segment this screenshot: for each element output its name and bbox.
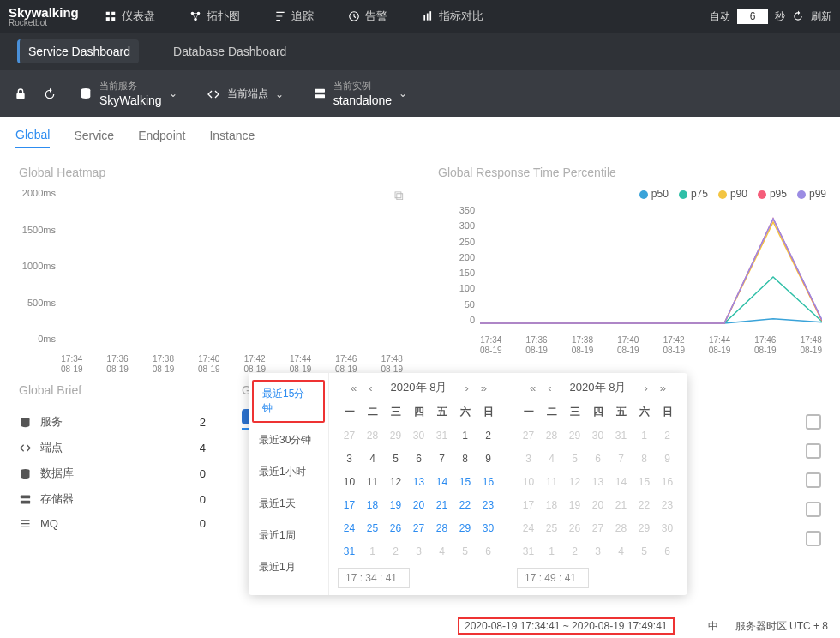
quick-1d[interactable]: 最近1天	[249, 488, 328, 520]
service-selector[interactable]: 当前服务SkyWalking ⌄	[72, 76, 184, 111]
svg-rect-17	[21, 495, 30, 498]
card-title: Global Heatmap	[14, 166, 407, 179]
copy-icons	[806, 414, 821, 546]
copy-icon[interactable]	[806, 502, 821, 517]
auto-label[interactable]: 自动	[710, 9, 730, 24]
nav-alarm[interactable]: 告警	[348, 9, 387, 24]
x-axis: 17:3408-1917:3608-1917:3808-1917:4008-19…	[480, 335, 822, 356]
y-axis: 350300250200150100500	[437, 205, 475, 325]
card-title: Global Response Time Percentile	[433, 166, 826, 179]
svg-rect-3	[111, 17, 115, 21]
refresh-button[interactable]: 刷新	[811, 9, 831, 24]
copy-icon[interactable]	[806, 531, 821, 546]
reload-icon[interactable]	[43, 87, 57, 101]
datepicker-popup: 最近15分钟 最近30分钟 最近1小时 最近1天 最近1周 最近1月 «‹202…	[249, 373, 687, 595]
global-brief-card: Global Brief 服务2端点4数据库0存储器0MQ0	[5, 380, 219, 539]
lang-toggle[interactable]: 中	[708, 619, 718, 634]
brief-row: 服务2	[19, 409, 206, 435]
chevron-down-icon: ⌄	[169, 87, 177, 99]
tab-service[interactable]: Service	[74, 123, 114, 147]
prev-year-icon[interactable]: «	[348, 382, 359, 394]
copy-icon[interactable]	[806, 472, 821, 488]
disk-icon	[79, 87, 93, 100]
svg-rect-9	[427, 14, 429, 21]
svg-rect-2	[105, 17, 109, 21]
svg-rect-1	[111, 12, 115, 15]
toolbar: 当前服务SkyWalking ⌄ 当前端点 ⌄ 当前实例standalone ⌄	[0, 70, 840, 117]
code-icon	[207, 87, 220, 101]
next-year-icon[interactable]: »	[657, 382, 669, 394]
next-year-icon[interactable]: »	[478, 382, 489, 394]
prev-month-icon[interactable]: ‹	[545, 382, 554, 394]
quick-30m[interactable]: 最近30分钟	[249, 424, 328, 456]
legend: p50p75p90p95p99	[433, 188, 826, 200]
global-heatmap-card: Global Heatmap ⧉ 2000ms1500ms1000ms500ms…	[5, 153, 416, 371]
svg-rect-8	[423, 15, 425, 21]
chevron-down-icon: ⌄	[275, 88, 284, 100]
refresh-icon[interactable]	[792, 10, 804, 22]
time-from[interactable]: 17 : 34 : 41	[338, 568, 410, 588]
footer: 2020-08-19 17:34:41 ~ 2020-08-19 17:49:4…	[0, 614, 840, 638]
refresh-interval-input[interactable]	[737, 9, 768, 24]
instance-selector[interactable]: 当前实例standalone ⌄	[306, 76, 415, 111]
nav-trace[interactable]: 追踪	[274, 9, 314, 24]
scope-tabs: Global Service Endpoint Instance	[0, 117, 840, 153]
nav-topology[interactable]: 拓扑图	[189, 9, 240, 24]
server-icon	[313, 87, 327, 100]
quick-ranges: 最近15分钟 最近30分钟 最近1小时 最近1天 最近1周 最近1月	[249, 373, 329, 595]
svg-rect-14	[315, 95, 325, 99]
svg-rect-18	[21, 500, 30, 503]
tab-service-dashboard[interactable]: Service Dashboard	[17, 39, 139, 63]
calendar-to: «‹2020年 8月›» 一二三四五六日27282930311234567891…	[508, 373, 687, 595]
endpoint-selector[interactable]: 当前端点 ⌄	[200, 83, 291, 105]
time-to[interactable]: 17 : 49 : 41	[517, 568, 589, 588]
time-range[interactable]: 2020-08-19 17:34:41 ~ 2020-08-19 17:49:4…	[458, 617, 675, 635]
timezone: 服务器时区 UTC + 8	[735, 619, 828, 634]
y-axis: 2000ms1500ms1000ms500ms0ms	[18, 188, 56, 344]
quick-1w[interactable]: 最近1周	[249, 520, 328, 551]
nav-compare[interactable]: 指标对比	[422, 9, 483, 24]
copy-icon[interactable]	[806, 443, 821, 459]
sub-nav: Service Dashboard Database Dashboard	[0, 33, 840, 70]
brief-row: 数据库0	[19, 460, 206, 486]
quick-1h[interactable]: 最近1小时	[249, 456, 328, 488]
prev-month-icon[interactable]: ‹	[366, 382, 375, 394]
tab-instance[interactable]: Instance	[209, 123, 255, 147]
tab-global[interactable]: Global	[15, 123, 50, 148]
svg-rect-0	[105, 12, 109, 15]
nav-dashboard[interactable]: 仪表盘	[105, 9, 155, 24]
chevron-down-icon: ⌄	[399, 87, 407, 99]
main-nav: 仪表盘 拓扑图 追踪 告警 指标对比	[105, 9, 710, 24]
prev-year-icon[interactable]: «	[527, 382, 538, 394]
brief-row: MQ0	[19, 512, 206, 535]
lock-icon[interactable]	[14, 87, 27, 101]
quick-1M[interactable]: 最近1月	[249, 551, 328, 583]
percentile-card: Global Response Time Percentile p50p75p9…	[424, 153, 835, 371]
tab-database-dashboard[interactable]: Database Dashboard	[165, 39, 295, 63]
svg-rect-13	[315, 89, 325, 93]
line-chart	[480, 205, 822, 325]
brief-row: 端点4	[19, 435, 206, 460]
svg-rect-10	[429, 11, 431, 21]
svg-rect-11	[16, 93, 24, 99]
quick-15m[interactable]: 最近15分钟	[252, 380, 325, 423]
copy-icon[interactable]	[806, 414, 821, 430]
calendar-from: «‹2020年 8月›» 一二三四五六日27282930311234567891…	[329, 373, 508, 595]
top-bar: Skywalking Rocketbot 仪表盘 拓扑图 追踪 告警 指标对比 …	[0, 0, 840, 33]
brief-row: 存储器0	[19, 486, 206, 512]
next-month-icon[interactable]: ›	[462, 382, 471, 394]
next-month-icon[interactable]: ›	[641, 382, 650, 394]
tab-endpoint[interactable]: Endpoint	[138, 123, 185, 147]
logo: Skywalking Rocketbot	[9, 6, 79, 27]
